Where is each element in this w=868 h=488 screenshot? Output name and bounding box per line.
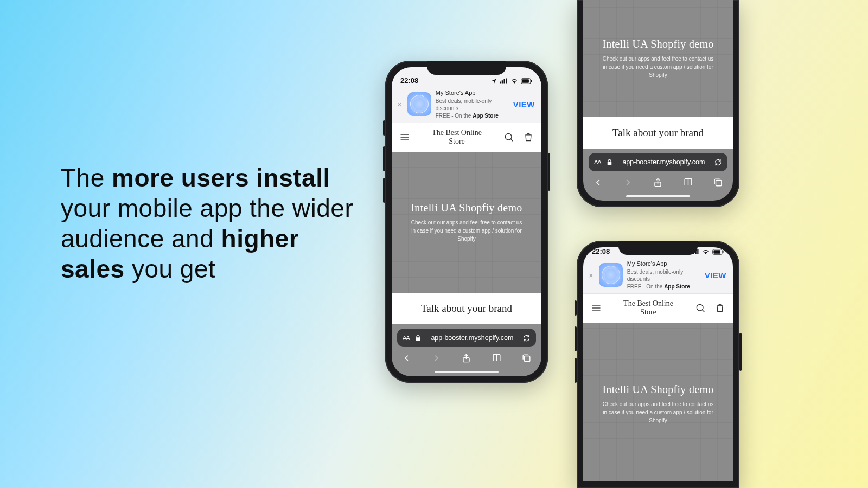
- nav-bookmarks-button[interactable]: [683, 177, 693, 190]
- battery-icon: [521, 78, 533, 84]
- svg-rect-21: [713, 250, 720, 253]
- nav-forward-button[interactable]: [623, 177, 633, 190]
- svg-rect-3: [506, 79, 507, 84]
- marketing-headline: The more users install your mobile app t…: [61, 163, 354, 284]
- svg-rect-5: [522, 79, 529, 82]
- search-icon[interactable]: [695, 303, 706, 313]
- smartbanner-view-button[interactable]: VIEW: [703, 271, 729, 280]
- smartbanner-title: My Store's App: [436, 89, 507, 97]
- smartbanner-line2: Best deals, mobile-only discounts: [627, 268, 698, 283]
- phone-mockup-main: 22:08 × My Store's App Best deals, mobil…: [385, 61, 548, 383]
- smartbanner-line3: FREE - On the App Store: [436, 112, 507, 120]
- nav-share-button[interactable]: [461, 353, 471, 365]
- search-icon[interactable]: [503, 132, 514, 143]
- status-time: 22:08: [592, 247, 610, 255]
- wifi-icon: [702, 248, 710, 255]
- smart-app-banner: × My Store's App Best deals, mobile-only…: [583, 256, 733, 294]
- svg-rect-19: [697, 249, 698, 254]
- phone-mockup-bottom-partial: 22:08 × My Store's App Best deals, mobil…: [577, 241, 739, 488]
- url-host: app-booster.myshopify.com: [618, 158, 710, 166]
- svg-point-26: [697, 305, 703, 311]
- hero-title: Intelli UA Shopfiy demo: [602, 38, 713, 50]
- hero-title: Intelli UA Shopfiy demo: [602, 383, 713, 396]
- talk-band: Talk about your brand: [583, 117, 733, 149]
- url-host: app-booster.myshopify.com: [426, 334, 518, 342]
- cellular-icon: [500, 78, 508, 84]
- status-indicators: [491, 77, 533, 85]
- nav-tabs-button[interactable]: [713, 177, 723, 190]
- text-size-button[interactable]: AA: [594, 159, 601, 165]
- phone-notch: [427, 61, 506, 75]
- svg-rect-22: [723, 251, 724, 253]
- text-size-button[interactable]: AA: [403, 335, 410, 341]
- safari-url-bar[interactable]: AA app-booster.myshopify.com: [397, 329, 536, 347]
- smart-app-banner: × My Store's App Best deals, mobile-only…: [392, 86, 541, 123]
- hero-section: Intelli UA Shopfiy demo Check out our ap…: [583, 323, 733, 481]
- smartbanner-line3: FREE - On the App Store: [627, 283, 698, 291]
- svg-line-27: [702, 310, 704, 312]
- smartbanner-close-button[interactable]: ×: [396, 100, 403, 108]
- nav-bookmarks-button[interactable]: [492, 353, 502, 365]
- svg-rect-0: [500, 82, 501, 84]
- store-header: The Best Online Store: [583, 294, 733, 322]
- hamburger-menu-icon[interactable]: [591, 303, 602, 313]
- talk-band: Talk about your brand: [392, 293, 541, 324]
- hero-description: Check out our apps and feel free to cont…: [410, 219, 524, 243]
- smartbanner-line2: Best deals, mobile-only discounts: [436, 98, 507, 112]
- lock-icon: [605, 158, 614, 166]
- home-indicator: [626, 195, 690, 197]
- lock-icon: [414, 334, 422, 342]
- nav-back-button[interactable]: [593, 177, 603, 190]
- cart-icon[interactable]: [523, 132, 534, 143]
- battery-icon: [712, 249, 724, 255]
- nav-back-button[interactable]: [401, 353, 412, 365]
- svg-line-11: [510, 139, 513, 142]
- nav-forward-button[interactable]: [431, 353, 442, 365]
- nav-tabs-button[interactable]: [521, 353, 532, 365]
- phone-mockup-top-partial: Intelli UA Shopfiy demo Check out our ap…: [577, 0, 739, 207]
- svg-rect-6: [531, 80, 532, 82]
- store-header: The Best Online Store: [392, 123, 541, 151]
- home-indicator: [435, 371, 499, 373]
- svg-rect-15: [716, 180, 721, 185]
- hero-description: Check out our apps and feel free to cont…: [601, 55, 715, 79]
- smartbanner-close-button[interactable]: ×: [588, 271, 595, 279]
- hero-section: Intelli UA Shopfiy demo Check out our ap…: [392, 152, 541, 293]
- smartbanner-app-icon: [407, 92, 431, 116]
- nav-share-button[interactable]: [653, 177, 663, 190]
- smartbanner-view-button[interactable]: VIEW: [511, 100, 537, 109]
- svg-rect-1: [502, 80, 503, 83]
- svg-point-10: [505, 134, 512, 140]
- reload-icon[interactable]: [714, 158, 722, 166]
- hero-section: Intelli UA Shopfiy demo Check out our ap…: [583, 0, 733, 117]
- reload-icon[interactable]: [522, 334, 531, 342]
- safari-bottom-nav: [392, 348, 541, 370]
- svg-rect-2: [504, 79, 505, 84]
- phone-notch: [618, 241, 698, 255]
- smartbanner-title: My Store's App: [627, 260, 698, 268]
- svg-rect-13: [524, 356, 529, 361]
- smartbanner-app-icon: [599, 263, 623, 287]
- location-arrow-icon: [491, 78, 497, 84]
- hero-description: Check out our apps and feel free to cont…: [601, 400, 715, 425]
- safari-url-bar[interactable]: AA app-booster.myshopify.com: [589, 153, 727, 171]
- store-brand[interactable]: The Best Online Store: [410, 129, 503, 146]
- hero-title: Intelli UA Shopfiy demo: [411, 202, 522, 214]
- cart-icon[interactable]: [714, 303, 725, 313]
- safari-bottom-nav: [583, 172, 733, 194]
- hamburger-menu-icon[interactable]: [399, 132, 410, 143]
- wifi-icon: [510, 77, 518, 85]
- store-brand[interactable]: The Best Online Store: [602, 299, 695, 317]
- status-time: 22:08: [400, 76, 418, 85]
